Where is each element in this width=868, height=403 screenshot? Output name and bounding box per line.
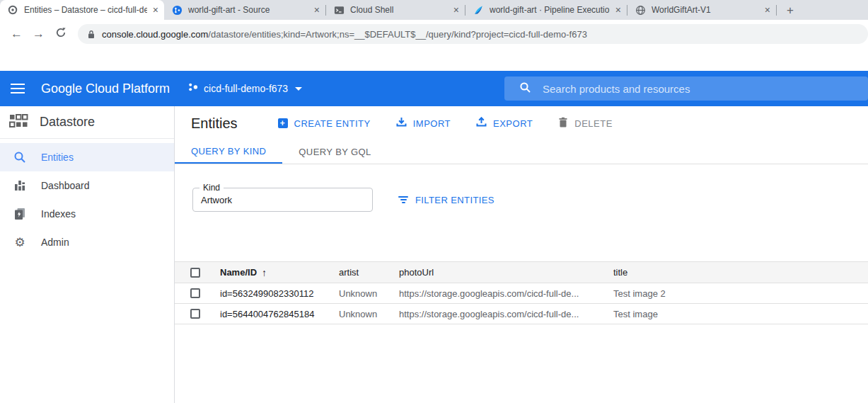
sidebar-item-indexes[interactable]: Indexes: [0, 200, 174, 228]
gear-icon: ⚙: [13, 237, 27, 249]
delete-button[interactable]: DELETE: [558, 117, 613, 130]
project-name: cicd-full-demo-f673: [204, 83, 288, 94]
sidebar-item-entities[interactable]: Entities: [0, 143, 174, 171]
kind-field-value: Artwork: [193, 195, 232, 205]
sidebar-nav: Entities Dashboard Indexes ⚙ Admin: [0, 139, 174, 256]
query-panel: Kind Artwork FILTER ENTITIES: [175, 164, 868, 212]
select-row-checkbox[interactable]: [190, 288, 200, 298]
sidebar-item-label: Indexes: [41, 208, 76, 220]
tab-separator: [776, 5, 777, 16]
row-select-cell: [175, 309, 220, 319]
tab-title: Entities – Datastore – cicd-full-de: [24, 5, 147, 15]
close-tab-icon[interactable]: ×: [765, 5, 770, 15]
close-tab-icon[interactable]: ×: [615, 5, 621, 15]
sidebar-item-label: Admin: [41, 237, 69, 248]
select-row-checkbox[interactable]: [190, 309, 200, 319]
gcp-search-bar[interactable]: Search products and resources: [504, 76, 868, 101]
export-label: EXPORT: [493, 118, 533, 129]
select-all-cell: [175, 268, 220, 278]
cloud-source-favicon-icon: [171, 4, 183, 16]
project-switcher[interactable]: cicd-full-demo-f673: [187, 81, 302, 96]
column-header-title[interactable]: title: [613, 267, 868, 278]
back-icon[interactable]: ←: [6, 27, 28, 41]
menu-hamburger-icon[interactable]: [11, 81, 25, 96]
table-row[interactable]: id=5632499082330112 Unknown https://stor…: [175, 283, 868, 304]
url-domain: console.cloud.google.com: [102, 29, 208, 40]
action-buttons: + CREATE ENTITY IMPORT EXPORT: [278, 117, 613, 130]
url-path: /datastore/entities;kind=Artwork;ns=__$D…: [208, 29, 587, 40]
dashboard-icon: [13, 179, 27, 192]
cell-name-id[interactable]: id=5644004762845184: [220, 309, 339, 319]
search-icon: [519, 81, 531, 96]
filter-entities-label: FILTER ENTITIES: [415, 195, 494, 205]
browser-tab-strip: Entities – Datastore – cicd-full-de × wo…: [0, 0, 868, 20]
column-header-photourl[interactable]: photoUrl: [399, 267, 613, 278]
browser-tab-source[interactable]: world-gift-art - Source ×: [164, 0, 325, 20]
reload-icon[interactable]: [50, 27, 71, 42]
entities-action-bar: Entities + CREATE ENTITY IMPORT EXPORT: [175, 106, 868, 140]
cell-name-id[interactable]: id=5632499082330112: [220, 288, 339, 299]
tab-title: world-gift-art · Pipeline Execution: [490, 5, 610, 15]
table-header-row: Name/ID ↑ artist photoUrl title: [175, 261, 868, 283]
kind-field-label: Kind: [199, 183, 224, 193]
delete-label: DELETE: [574, 118, 613, 129]
url-bar[interactable]: console.cloud.google.com/datastore/entit…: [78, 24, 868, 44]
browser-tab-entities[interactable]: Entities – Datastore – cicd-full-de ×: [0, 0, 164, 20]
forward-icon[interactable]: →: [28, 27, 50, 41]
cell-title: Test image 2: [613, 288, 868, 299]
sidebar-title: Datastore: [40, 115, 95, 130]
browser-tab-worldgiftart[interactable]: WorldGiftArt-V1 ×: [627, 0, 776, 20]
browser-tab-cloud-shell[interactable]: Cloud Shell ×: [326, 0, 465, 20]
column-header-artist[interactable]: artist: [339, 267, 399, 278]
app-body: Datastore Entities Dashboard Indexes: [0, 106, 868, 403]
export-button[interactable]: EXPORT: [476, 117, 533, 130]
indexes-icon: [13, 208, 27, 220]
sidebar-item-label: Entities: [41, 152, 74, 163]
close-tab-icon[interactable]: ×: [314, 5, 320, 15]
table-row[interactable]: id=5644004762845184 Unknown https://stor…: [175, 304, 868, 324]
tab-title: WorldGiftArt-V1: [652, 5, 759, 15]
select-all-checkbox[interactable]: [190, 268, 200, 278]
lock-icon: [87, 30, 96, 39]
gcp-header: Google Cloud Platform cicd-full-demo-f67…: [0, 71, 868, 106]
gcp-brand[interactable]: Google Cloud Platform: [41, 81, 170, 96]
sidebar-header: Datastore: [0, 106, 174, 139]
spinnaker-favicon-icon: [473, 4, 484, 16]
sidebar-item-admin[interactable]: ⚙ Admin: [0, 228, 174, 256]
tab-label: QUERY BY KIND: [191, 146, 266, 157]
sort-ascending-icon: ↑: [262, 267, 267, 278]
cell-photourl: https://storage.googleapis.com/cicd-full…: [399, 288, 613, 299]
plus-icon: +: [278, 118, 288, 128]
browser-content-gap: [0, 48, 868, 71]
sidebar-item-dashboard[interactable]: Dashboard: [0, 171, 174, 200]
close-tab-icon[interactable]: ×: [453, 5, 459, 15]
tab-query-by-gql[interactable]: QUERY BY GQL: [282, 140, 387, 164]
browser-tab-pipeline[interactable]: world-gift-art · Pipeline Execution ×: [465, 0, 627, 20]
cell-artist: Unknown: [339, 309, 399, 319]
query-tabs: QUERY BY KIND QUERY BY GQL: [175, 140, 868, 164]
import-icon: [396, 117, 407, 130]
filter-entities-button[interactable]: FILTER ENTITIES: [398, 188, 494, 212]
kind-input[interactable]: Kind Artwork: [192, 188, 373, 212]
main-content: Entities + CREATE ENTITY IMPORT EXPORT: [175, 106, 868, 403]
project-icon: [187, 81, 199, 96]
search-icon: [13, 151, 27, 164]
column-header-name-id[interactable]: Name/ID ↑: [220, 267, 339, 278]
create-entity-button[interactable]: + CREATE ENTITY: [278, 118, 371, 129]
column-label: Name/ID: [220, 267, 257, 278]
new-tab-button[interactable]: +: [787, 4, 794, 16]
cell-photourl: https://storage.googleapis.com/cicd-full…: [399, 309, 613, 319]
chevron-down-icon: [295, 87, 302, 91]
cloud-shell-favicon-icon: [333, 4, 345, 16]
entities-table: Name/ID ↑ artist photoUrl title id=56324…: [175, 261, 868, 324]
datastore-logo-icon: [9, 114, 28, 131]
url-text: console.cloud.google.com/datastore/entit…: [102, 29, 587, 40]
export-icon: [476, 117, 487, 130]
globe-favicon-icon: [635, 4, 646, 16]
close-tab-icon[interactable]: ×: [153, 5, 158, 15]
tab-title: Cloud Shell: [350, 5, 448, 15]
datastore-favicon-icon: [7, 4, 18, 16]
import-button[interactable]: IMPORT: [396, 117, 451, 130]
sidebar: Datastore Entities Dashboard Indexes: [0, 106, 175, 403]
tab-query-by-kind[interactable]: QUERY BY KIND: [175, 140, 282, 164]
